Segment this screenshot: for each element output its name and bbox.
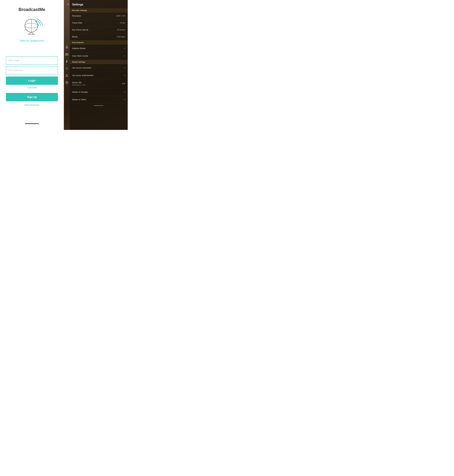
app-title: BroadcastMe [19,7,45,12]
guided-tour-link[interactable]: Take our guided tour! [20,39,44,42]
stream-twitch-toggle: × [124,98,125,101]
start-streaming-link[interactable]: Start streaming! [6,104,58,106]
secure-connection-label: Use secure connection [72,67,91,69]
resolution-label: Resolution [72,15,81,17]
framerate-row[interactable]: Frame Rate 30 fps [70,20,128,26]
server-url-sublabel: Streaming to 1 URL [72,84,86,86]
bitrate-row[interactable]: Bitrate 2100 kbps [70,33,128,40]
password-input[interactable] [6,66,58,74]
help-icon[interactable] [65,81,69,85]
click-here-link[interactable]: Click here! [6,87,58,89]
profile-icon[interactable] [65,74,69,77]
left-panel: BroadcastMe Take our guided tour! Login … [0,0,64,130]
svg-point-11 [66,54,67,55]
scroll-indicator [94,105,103,106]
right-panel: × [64,0,128,130]
svg-rect-9 [65,54,68,56]
flash-icon[interactable] [65,59,69,63]
globe-illustration [21,15,43,37]
save-video-locally-row[interactable]: Save Video Locally ✓ [70,52,128,60]
server-auth-toggle: × [124,74,125,77]
svg-point-13 [66,74,68,76]
server-url-row[interactable]: Server URL Streaming to 1 URL Edit [70,79,128,88]
recorder-settings-header: Recorder Settings [70,8,128,13]
adaptive-bitrate-toggle: × [124,47,125,50]
stream-youtube-toggle: × [124,91,125,93]
login-button[interactable]: Login [6,77,58,85]
resolution-value: 1280 x 720 [116,15,125,17]
keyframe-interval-value: 15 frames [117,29,125,31]
close-button[interactable]: × [66,2,70,6]
bitrate-value: 2100 kbps [117,36,125,38]
resolution-row[interactable]: Resolution 1280 x 720 [70,13,128,20]
stream-youtube-label: Stream to Youtube [72,91,88,93]
extra-features-header: Extra features [70,40,128,45]
adaptive-bitrate-row[interactable]: Adaptive Bitrate × [70,45,128,52]
stream-youtube-row[interactable]: Stream to Youtube × [70,88,128,96]
keyframe-interval-label: Key Frame Interval [72,29,88,31]
secure-connection-toggle: × [124,66,125,69]
svg-line-3 [29,32,31,34]
server-url-label: Server URL [72,82,86,84]
login-form: Login Click here! Sign Up Start streamin… [6,56,58,106]
svg-rect-6 [66,46,67,48]
secure-connection-row[interactable]: Use secure connection × [70,64,128,72]
sidebar-icons [64,45,70,85]
microphone-icon[interactable] [65,45,69,49]
server-auth-label: Use server authentication [72,74,93,77]
server-url-edit-button[interactable]: Edit [122,83,125,85]
framerate-value: 30 fps [120,22,125,24]
bitrate-label: Bitrate [72,36,77,38]
settings-icon[interactable] [65,66,69,70]
server-auth-row[interactable]: Use server authentication × [70,72,128,79]
stream-settings-header: Stream Settings [70,60,128,64]
svg-line-4 [31,32,34,34]
server-url-label-group: Server URL Streaming to 1 URL [72,82,86,86]
save-video-locally-label: Save Video Locally [72,55,88,57]
home-indicator [25,123,39,124]
stream-twitch-label: Stream to Twitch [72,99,86,101]
keyframe-interval-row[interactable]: Key Frame Interval 15 frames [70,26,128,33]
settings-panel: Settings Recorder Settings Resolution 12… [70,0,128,130]
framerate-label: Frame Rate [72,22,82,24]
save-video-locally-toggle: ✓ [123,55,125,57]
settings-title: Settings [70,0,128,8]
camera-icon[interactable] [65,52,69,56]
adaptive-bitrate-label: Adaptive Bitrate [72,47,85,50]
svg-point-15 [67,83,67,83]
signup-button[interactable]: Sign Up [6,93,58,101]
svg-point-12 [66,68,67,69]
close-icon: × [67,3,69,6]
stream-twitch-row[interactable]: Stream to Twitch × [70,96,128,103]
email-input[interactable] [6,56,58,65]
